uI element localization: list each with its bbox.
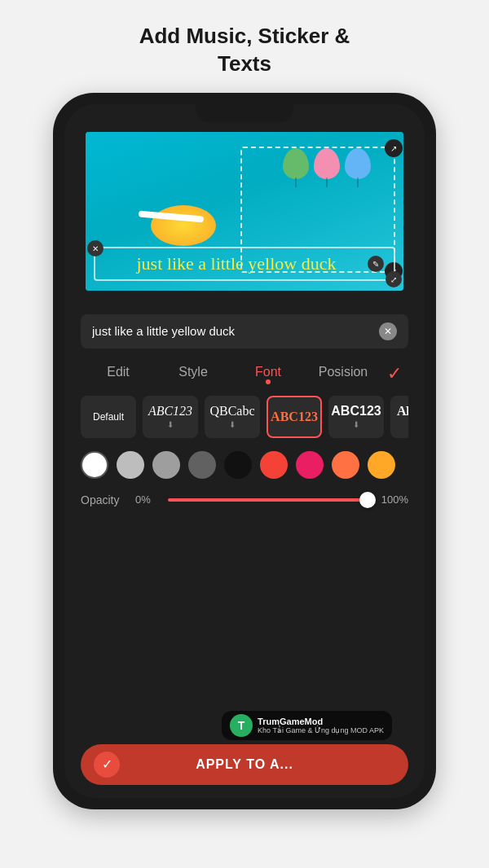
color-red[interactable] [260,451,288,479]
apply-check-icon: ✓ [94,752,120,778]
color-row [81,451,408,479]
apply-button-label: APPLY TO A... [196,757,293,772]
person-float-container [151,205,216,246]
font-option-default[interactable]: Default [81,396,136,438]
handle-tr[interactable]: ↗ [385,139,403,157]
color-black[interactable] [224,451,252,479]
font-download-2: ⬇ [229,420,236,429]
tab-edit[interactable]: Edit [81,365,156,383]
color-gray3[interactable] [188,451,216,479]
apply-button[interactable]: ✓ APPLY TO A... T TrumGameMod Kho Tải Ga… [81,744,408,785]
phone-frame: ↗ ↙ ✕ just like a little yellow duck ✎ ⤢ [53,93,436,809]
opacity-max-value: 100% [377,493,408,506]
color-gray1[interactable] [117,451,144,479]
watermark-badge: T TrumGameMod Kho Tải Game & Ứng dụng MO… [222,711,392,740]
opacity-min-value: 0% [135,493,158,506]
text-overlay-edit-btn[interactable]: ✎ [368,256,384,272]
phone-notch [196,104,293,122]
tab-position[interactable]: Posision [306,365,381,383]
watermark-sub: Kho Tải Game & Ứng dụng MOD APK [258,726,384,734]
tab-row: Edit Style Font Posision ✓ [81,363,408,384]
color-orange2[interactable] [368,451,395,479]
video-text-content: just like a little yellow duck [105,253,368,274]
color-pink[interactable] [296,451,324,479]
tab-confirm-icon[interactable]: ✓ [381,363,408,384]
video-area: ↗ ↙ ✕ just like a little yellow duck ✎ ⤢ [64,122,425,301]
tab-font[interactable]: Font [231,365,306,383]
watermark-icon: T [230,714,253,737]
video-thumbnail: ↗ ↙ ✕ just like a little yellow duck ✎ ⤢ [86,132,403,291]
color-white[interactable] [81,451,108,479]
font-download-1: ⬇ [167,420,174,429]
watermark-name: TrumGameMod [258,717,384,726]
text-overlay-container: ✕ just like a little yellow duck ✎ ⤢ [94,247,395,281]
color-orange1[interactable] [332,451,359,479]
font-download-4: ⬇ [353,420,359,429]
opacity-slider-track[interactable] [168,498,368,502]
color-gray2[interactable] [152,451,180,479]
font-label-1: ABC123 [148,404,192,419]
text-input-row: ✕ [81,314,408,349]
font-label-5: ABC123 [397,404,408,419]
font-label-3: ABC123 [271,410,318,424]
font-option-4[interactable]: ABC123 ⬇ [328,396,384,438]
bottom-panel: ✕ Edit Style Font Posision ✓ [64,301,425,798]
phone-screen: ↗ ↙ ✕ just like a little yellow duck ✎ ⤢ [64,104,425,798]
text-overlay-box[interactable]: just like a little yellow duck ✎ [94,247,395,281]
font-option-1[interactable]: ABC123 ⬇ [143,396,198,438]
font-label-2: QBCabc [209,404,254,419]
font-option-3[interactable]: ABC123 [267,396,322,438]
font-label-4: ABC123 [331,404,381,419]
font-option-5[interactable]: ABC123 ⬇ [390,396,408,438]
clear-input-button[interactable]: ✕ [379,322,397,340]
text-overlay-close-btn[interactable]: ✕ [87,240,104,256]
opacity-row: Opacity 0% 100% [81,493,408,506]
opacity-slider-thumb[interactable] [359,492,376,508]
font-option-2[interactable]: QBCabc ⬇ [205,396,260,438]
watermark-info: TrumGameMod Kho Tải Game & Ứng dụng MOD … [258,717,384,734]
opacity-label: Opacity [81,493,126,506]
tab-style[interactable]: Style [156,365,231,383]
text-overlay-resize-btn[interactable]: ⤢ [385,271,402,287]
font-label-default: Default [93,411,124,423]
text-input-field[interactable] [92,324,379,338]
page-title: Add Music, Sticker & Texts [139,23,350,78]
font-options-row: Default ABC123 ⬇ QBCabc ⬇ ABC123 ABC123 … [81,396,408,438]
yellow-float [151,205,216,246]
